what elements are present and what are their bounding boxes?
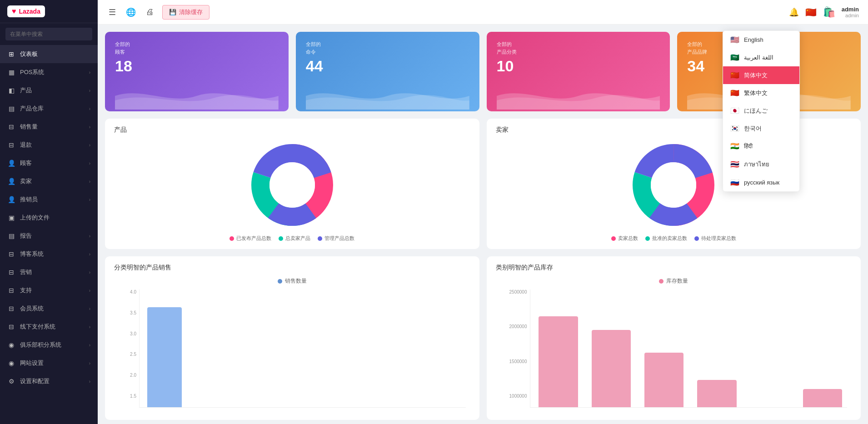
sidebar-search-input[interactable] (5, 28, 92, 40)
stat-card-customers: 全部的 顾客 18 (105, 32, 289, 111)
sidebar-item-left-products: ◧ 产品 (7, 86, 32, 95)
lang-item-simplified_chinese[interactable]: 🇨🇳 简体中文 (723, 66, 799, 84)
inv-y-label-2: 2000000 (509, 324, 527, 329)
sidebar-label-offline_pay: 线下支付系统 (20, 323, 55, 331)
product-chart-card: 产品 已发布产品总数总卖家产品管理产品总数 (105, 119, 479, 249)
inv-bar-col-1 (534, 316, 583, 407)
sales-legend: 销售数量 (114, 277, 470, 285)
globe-button[interactable]: 🌐 (124, 5, 138, 19)
sidebar-item-blog[interactable]: ⊟ 博客系统 › (0, 245, 98, 263)
sidebar-icon-uploads: ▣ (7, 214, 15, 221)
sidebar-item-customers[interactable]: 👤 顾客 › (0, 154, 98, 172)
lang-label-traditional_chinese: 繁体中文 (744, 89, 768, 97)
sidebar-item-uploads[interactable]: ▣ 上传的文件 (0, 209, 98, 227)
inv-bar-col-4 (692, 380, 741, 407)
inv-bar-2 (592, 330, 631, 407)
svg-point-7 (651, 162, 696, 208)
sidebar-arrow-offline_pay: › (89, 324, 90, 329)
sidebar-item-sellers[interactable]: 👤 卖家 › (0, 172, 98, 190)
sidebar-label-warehouse: 产品仓库 (20, 105, 44, 113)
sidebar-item-settings[interactable]: ⚙ 设置和配置 › (0, 372, 98, 390)
inventory-legend-label: 库存数量 (666, 277, 688, 285)
sidebar-item-membership[interactable]: ⊟ 会员系统 › (0, 299, 98, 318)
lang-item-japanese[interactable]: 🇯🇵 にほんご (723, 102, 799, 120)
inventory-bar-chart: 2500000 2000000 1500000 1000000 (496, 289, 852, 408)
sidebar-item-pos[interactable]: ▦ POS系统 › (0, 63, 98, 81)
cart-icon: 🛍️ (823, 6, 835, 18)
logo-box: ♥ Lazada (7, 5, 45, 17)
lang-item-english[interactable]: 🇺🇸 English (723, 31, 799, 49)
y-label-6: 1.5 (130, 394, 136, 399)
sidebar-item-left-support: ⊟ 支持 (7, 286, 32, 294)
sidebar-icon-support: ⊟ (7, 287, 15, 294)
y-label-2: 3.5 (130, 310, 136, 315)
sidebar-item-offline_pay[interactable]: ⊟ 线下支付系统 › (0, 318, 98, 336)
user-name: admin (842, 6, 859, 13)
flag-icon[interactable]: 🇨🇳 (805, 7, 817, 18)
lang-item-thai[interactable]: 🇹🇭 ภาษาไทย (723, 155, 799, 174)
inv-bar-6 (803, 389, 843, 407)
sidebar-item-reports[interactable]: ▤ 报告 › (0, 227, 98, 245)
lang-flag-korean: 🇰🇷 (730, 124, 739, 133)
clear-cache-button[interactable]: 💾 清除缓存 (162, 5, 210, 20)
sidebar-arrow-website: › (89, 361, 90, 366)
sidebar-item-website[interactable]: ◉ 网站设置 › (0, 354, 98, 372)
menu-toggle-button[interactable]: ☰ (107, 5, 118, 19)
sidebar-arrow-refunds: › (89, 143, 90, 148)
bar-col-1 (143, 307, 186, 407)
sidebar-item-warehouse[interactable]: ▤ 产品仓库 › (0, 100, 98, 118)
sidebar-item-promoters[interactable]: 👤 推销员 › (0, 190, 98, 209)
lang-item-russian[interactable]: 🇷🇺 русский язык (723, 174, 799, 191)
inv-bar-4 (697, 380, 737, 407)
sidebar-item-sales[interactable]: ⊟ 销售量 › (0, 118, 98, 136)
sidebar-item-left-refunds: ⊟ 退款 (7, 141, 32, 149)
lang-item-traditional_chinese[interactable]: 🇨🇳 繁体中文 (723, 84, 799, 102)
inventory-chart-title: 类别明智的产品库存 (496, 264, 852, 272)
sidebar-item-left-uploads: ▣ 上传的文件 (7, 214, 50, 222)
sidebar-icon-sales: ⊟ (7, 123, 15, 130)
lang-flag-traditional_chinese: 🇨🇳 (730, 89, 739, 97)
inv-y-label-1: 2500000 (509, 289, 527, 294)
sidebar-item-products[interactable]: ◧ 产品 › (0, 81, 98, 100)
product-legend-item-总卖家产品: 总卖家产品 (279, 235, 310, 242)
sidebar-icon-club: ◉ (7, 341, 15, 349)
seller-legend: 卖家总数批准的卖家总数待处理卖家总数 (611, 235, 736, 242)
seller-legend-text: 批准的卖家总数 (652, 235, 687, 242)
sidebar-arrow-customers: › (89, 161, 90, 166)
sidebar-item-support[interactable]: ⊟ 支持 › (0, 281, 98, 299)
lang-label-hindi: हिंदी (744, 143, 753, 150)
sales-chart-title: 分类明智的产品销售 (114, 264, 470, 272)
lang-item-korean[interactable]: 🇰🇷 한국어 (723, 120, 799, 137)
sidebar-label-uploads: 上传的文件 (20, 214, 50, 222)
stat-value-categories: 10 (497, 57, 660, 75)
product-legend-dot (318, 236, 322, 241)
cart-button[interactable]: 🛍️ (823, 6, 835, 18)
sidebar-item-club[interactable]: ◉ 俱乐部积分系统 › (0, 336, 98, 354)
lang-flag-russian: 🇷🇺 (730, 178, 739, 187)
sidebar-icon-promoters: 👤 (7, 196, 15, 203)
sidebar-arrow-club: › (89, 343, 90, 348)
sidebar-item-dashboard[interactable]: ⊞ 仪表板 (0, 45, 98, 63)
svg-point-3 (269, 162, 315, 208)
sidebar-item-marketing[interactable]: ⊟ 营销 › (0, 263, 98, 281)
sidebar-item-refunds[interactable]: ⊟ 退款 › (0, 136, 98, 154)
stat-wave-orders (306, 82, 469, 110)
product-legend-text: 已发布产品总数 (236, 235, 271, 242)
print-button[interactable]: 🖨 (144, 5, 156, 19)
notification-button[interactable]: 🔔 (789, 7, 799, 17)
sidebar-logo: ♥ Lazada (0, 0, 98, 23)
seller-legend-dot (694, 236, 699, 241)
sidebar-arrow-blog: › (89, 252, 90, 257)
sales-bar-chart: 4.0 3.5 3.0 2.5 2.0 1.5 (114, 289, 470, 408)
product-legend-text: 管理产品总数 (324, 235, 354, 242)
inv-bar-3 (644, 353, 684, 407)
product-legend: 已发布产品总数总卖家产品管理产品总数 (229, 235, 354, 242)
bottom-charts-row: 分类明智的产品销售 销售数量 4.0 3.5 3.0 2.5 2.0 1.5 (105, 256, 861, 420)
inventory-legend: 库存数量 (496, 277, 852, 285)
lang-item-arabic[interactable]: 🇸🇦 اللغة العربية (723, 49, 799, 66)
product-donut-container: 已发布产品总数总卖家产品管理产品总数 (114, 140, 470, 242)
lang-item-hindi[interactable]: 🇮🇳 हिंदी (723, 137, 799, 155)
lang-label-russian: русский язык (744, 179, 779, 186)
sidebar-item-left-warehouse: ▤ 产品仓库 (7, 105, 44, 113)
seller-legend-item-卖家总数: 卖家总数 (611, 235, 638, 242)
